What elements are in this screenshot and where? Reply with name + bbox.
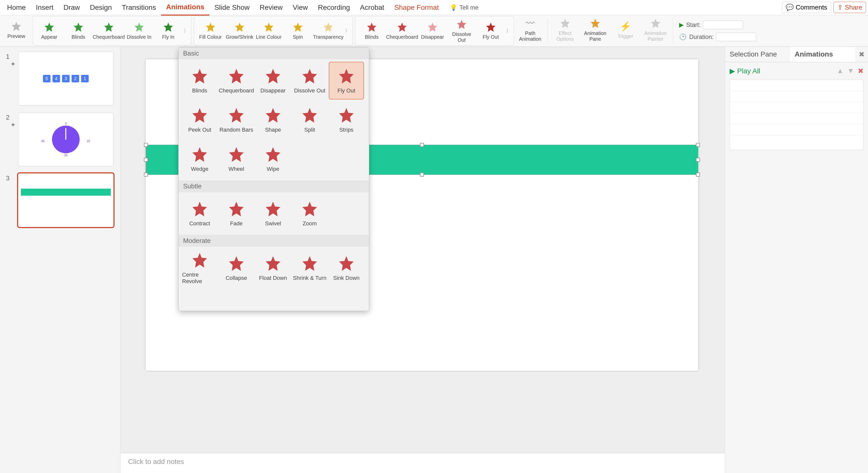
start-input[interactable] bbox=[703, 21, 743, 29]
dropdown-item-label: Disappear bbox=[260, 87, 285, 94]
tab-recording[interactable]: Recording bbox=[313, 0, 355, 15]
trigger-button[interactable]: ⚡ Trigger bbox=[612, 16, 639, 44]
exit-dissolve-out[interactable]: Dissolve Out bbox=[448, 17, 475, 45]
resize-handle[interactable] bbox=[420, 143, 424, 147]
effect-options-button[interactable]: Effect Options bbox=[551, 16, 579, 44]
play-icon: ▶ bbox=[730, 67, 735, 75]
tab-review[interactable]: Review bbox=[255, 0, 288, 15]
exit-fly-out[interactable]: Fly Out bbox=[477, 17, 504, 45]
dropdown-item-collapse[interactable]: Collapse bbox=[219, 249, 254, 287]
resize-handle[interactable] bbox=[420, 172, 424, 177]
dropdown-item-label: Shape bbox=[265, 127, 281, 133]
entrance-dissolve-in[interactable]: Dissolve In bbox=[125, 17, 153, 45]
thumb3-shape bbox=[21, 189, 111, 196]
dropdown-item-label: Collapse bbox=[225, 275, 247, 281]
dropdown-item-wipe[interactable]: Wipe bbox=[255, 140, 290, 178]
emphasis-fill-colour[interactable]: Fill Colour bbox=[197, 17, 224, 45]
exit-more[interactable]: 〉 bbox=[506, 27, 511, 34]
dropdown-item-peek-out[interactable]: Peek Out bbox=[182, 101, 217, 139]
animation-painter-button[interactable]: Animation Painter bbox=[642, 16, 669, 44]
emphasis-more[interactable]: 〉 bbox=[345, 27, 350, 34]
dropdown-item-disappear[interactable]: Disappear bbox=[255, 62, 290, 99]
tab-slide-show[interactable]: Slide Show bbox=[210, 0, 255, 15]
entrance-more[interactable]: 〉 bbox=[184, 27, 189, 34]
entrance-blinds[interactable]: Blinds bbox=[65, 17, 92, 45]
notes-pane[interactable]: Click to add notes bbox=[121, 453, 725, 473]
resize-handle[interactable] bbox=[696, 143, 700, 147]
dropdown-item-label: Split bbox=[304, 127, 315, 133]
dropdown-item-label: Shrink & Turn bbox=[293, 275, 326, 281]
path-animation-button[interactable]: 〰 Path Animation bbox=[516, 16, 544, 44]
entrance-appear[interactable]: Appear bbox=[35, 17, 63, 45]
dropdown-item-fly-out[interactable]: Fly Out bbox=[329, 62, 364, 99]
play-all-button[interactable]: ▶ Play All bbox=[730, 67, 760, 75]
dropdown-item-wedge[interactable]: Wedge bbox=[182, 140, 217, 178]
resize-handle[interactable] bbox=[696, 158, 700, 162]
dropdown-item-split[interactable]: Split bbox=[292, 101, 327, 139]
dropdown-item-centre-revolve[interactable]: Centre Revolve bbox=[182, 249, 217, 287]
tell-me[interactable]: 💡 Tell me bbox=[450, 4, 478, 11]
preview-icon bbox=[11, 21, 22, 32]
resize-handle[interactable] bbox=[144, 143, 148, 147]
thumb1-content: 5 4 3 2 1 bbox=[43, 75, 89, 83]
animation-list bbox=[730, 80, 864, 150]
comments-button[interactable]: 💬 Comments bbox=[782, 2, 831, 13]
resize-handle[interactable] bbox=[696, 172, 700, 177]
slide-thumbnail-1[interactable]: 5 4 3 2 1 bbox=[18, 52, 114, 105]
dropdown-item-random-bars[interactable]: Random Bars bbox=[219, 101, 254, 139]
dropdown-item-wheel[interactable]: Wheel bbox=[219, 140, 254, 178]
animation-pane-button[interactable]: Animation Pane bbox=[582, 16, 609, 44]
dropdown-item-contract[interactable]: Contract bbox=[182, 195, 217, 232]
duration-label: Duration: bbox=[689, 33, 714, 40]
entrance-fly-in[interactable]: Fly In bbox=[154, 17, 182, 45]
slide-thumbnail-2[interactable]: 0 15 30 45 bbox=[18, 113, 114, 166]
tab-acrobat[interactable]: Acrobat bbox=[355, 0, 389, 15]
tab-view[interactable]: View bbox=[288, 0, 313, 15]
tab-shape-format[interactable]: Shape Format bbox=[389, 0, 444, 15]
move-down-button[interactable]: ▼ bbox=[847, 67, 854, 75]
duration-input[interactable] bbox=[716, 33, 756, 41]
tab-animations[interactable]: Animations bbox=[161, 0, 209, 15]
dropdown-item-shape[interactable]: Shape bbox=[255, 101, 290, 139]
dropdown-item-swivel[interactable]: Swivel bbox=[255, 195, 290, 232]
emphasis-transparency[interactable]: Transparency bbox=[313, 17, 343, 45]
exit-chequerboard[interactable]: Chequerboard bbox=[387, 17, 417, 45]
share-icon: ⇪ bbox=[837, 3, 843, 11]
entrance-chequerboard[interactable]: Chequerboard bbox=[94, 17, 124, 45]
dropdown-item-chequerboard[interactable]: Chequerboard bbox=[219, 62, 254, 99]
pane-tab-animations[interactable]: Animations bbox=[790, 47, 855, 62]
pane-body: ▶ Play All ▲ ▼ ✖ bbox=[725, 62, 868, 155]
share-button[interactable]: ⇪ Share bbox=[834, 2, 866, 13]
exit-blinds[interactable]: Blinds bbox=[358, 17, 385, 45]
dropdown-item-fade[interactable]: Fade bbox=[219, 195, 254, 232]
resize-handle[interactable] bbox=[144, 158, 148, 162]
emphasis-spin[interactable]: Spin bbox=[284, 17, 312, 45]
dropdown-item-label: Centre Revolve bbox=[182, 272, 217, 285]
dropdown-item-dissolve-out[interactable]: Dissolve Out bbox=[292, 62, 327, 99]
clock-icon: 🕑 bbox=[679, 33, 687, 40]
tab-draw[interactable]: Draw bbox=[59, 0, 85, 15]
emphasis-grow-shrink[interactable]: Grow/Shrink bbox=[226, 17, 253, 45]
thumb-number: 2 bbox=[1, 113, 9, 121]
dropdown-item-float-down[interactable]: Float Down bbox=[255, 249, 290, 287]
tab-design[interactable]: Design bbox=[85, 0, 117, 15]
tab-transitions[interactable]: Transitions bbox=[117, 0, 161, 15]
tab-home[interactable]: Home bbox=[2, 0, 31, 15]
thumb-number: 1 bbox=[1, 52, 9, 61]
resize-handle[interactable] bbox=[144, 172, 148, 177]
dropdown-item-sink-down[interactable]: Sink Down bbox=[329, 249, 364, 287]
dropdown-item-strips[interactable]: Strips bbox=[329, 101, 364, 139]
emphasis-line-colour[interactable]: Line Colour bbox=[255, 17, 283, 45]
tab-insert[interactable]: Insert bbox=[31, 0, 59, 15]
pane-close-button[interactable]: ✖ bbox=[855, 47, 868, 62]
dropdown-item-label: Chequerboard bbox=[219, 87, 254, 94]
preview-button[interactable]: Preview bbox=[2, 16, 30, 44]
dropdown-item-blinds[interactable]: Blinds bbox=[182, 62, 217, 99]
move-up-button[interactable]: ▲ bbox=[837, 67, 844, 75]
exit-disappear[interactable]: Disappear bbox=[419, 17, 446, 45]
delete-button[interactable]: ✖ bbox=[858, 67, 864, 75]
pane-tab-selection[interactable]: Selection Pane bbox=[725, 47, 790, 62]
dropdown-item-zoom[interactable]: Zoom bbox=[292, 195, 327, 232]
slide-thumbnail-3[interactable] bbox=[18, 173, 114, 227]
dropdown-item-shrink-&-turn[interactable]: Shrink & Turn bbox=[292, 249, 327, 287]
